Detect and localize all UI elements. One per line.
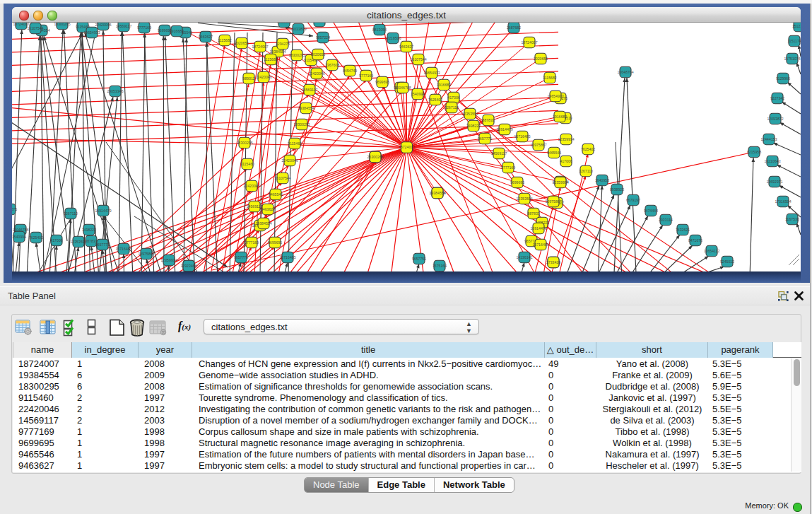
svg-text:10046788: 10046788 xyxy=(394,86,411,90)
svg-text:12359934: 12359934 xyxy=(558,137,574,141)
svg-text:1575164: 1575164 xyxy=(433,264,447,268)
svg-text:1294275: 1294275 xyxy=(12,207,17,211)
svg-text:3267110: 3267110 xyxy=(579,169,593,173)
svg-text:16210643: 16210643 xyxy=(764,159,780,163)
svg-text:12359934: 12359934 xyxy=(160,258,177,262)
svg-text:9463627: 9463627 xyxy=(399,45,413,49)
svg-text:417006: 417006 xyxy=(50,238,62,243)
svg-text:887833: 887833 xyxy=(482,118,494,122)
svg-text:22420046: 22420046 xyxy=(308,71,324,76)
svg-text:12359934: 12359934 xyxy=(552,180,568,185)
svg-text:2020655: 2020655 xyxy=(311,52,325,57)
svg-text:25300265: 25300265 xyxy=(367,155,383,159)
svg-text:10975867: 10975867 xyxy=(545,199,561,204)
svg-text:16914479: 16914479 xyxy=(95,209,111,213)
svg-text:3267110: 3267110 xyxy=(64,211,78,216)
svg-text:9115460: 9115460 xyxy=(288,141,302,146)
svg-text:12353594: 12353594 xyxy=(70,240,86,244)
svg-text:1916682: 1916682 xyxy=(170,29,184,33)
svg-text:15751074: 15751074 xyxy=(784,57,800,61)
svg-text:1115682: 1115682 xyxy=(264,57,278,62)
svg-text:14569117: 14569117 xyxy=(302,88,318,92)
svg-text:8813054: 8813054 xyxy=(372,28,387,32)
svg-text:9699695: 9699695 xyxy=(268,240,282,245)
svg-text:1115682: 1115682 xyxy=(543,76,557,80)
svg-text:3267110: 3267110 xyxy=(445,105,459,110)
svg-text:7632621: 7632621 xyxy=(676,228,690,232)
svg-text:1651174: 1651174 xyxy=(312,23,326,23)
svg-text:9474444: 9474444 xyxy=(644,209,658,213)
svg-text:1733426: 1733426 xyxy=(546,260,560,264)
svg-text:8454749: 8454749 xyxy=(343,69,357,73)
svg-text:8215958: 8215958 xyxy=(747,150,761,154)
svg-text:9857224: 9857224 xyxy=(316,35,330,40)
svg-text:16914479: 16914479 xyxy=(496,127,512,132)
svg-text:16033809: 16033809 xyxy=(290,27,306,31)
svg-text:18300295: 18300295 xyxy=(293,122,310,127)
svg-text:12444153: 12444153 xyxy=(760,137,777,141)
svg-text:9465546: 9465546 xyxy=(547,151,561,155)
svg-text:1512174: 1512174 xyxy=(792,24,801,28)
svg-text:16107544: 16107544 xyxy=(274,176,290,180)
svg-text:6679197: 6679197 xyxy=(626,198,640,202)
svg-text:18300295: 18300295 xyxy=(54,23,70,26)
svg-text:16914479: 16914479 xyxy=(530,226,546,230)
svg-text:19384554: 19384554 xyxy=(269,49,286,54)
svg-text:16107544: 16107544 xyxy=(27,26,43,30)
svg-text:2020655: 2020655 xyxy=(235,41,249,45)
svg-text:19384554: 19384554 xyxy=(429,191,445,195)
svg-text:2367608: 2367608 xyxy=(325,63,339,67)
svg-text:10654112: 10654112 xyxy=(704,249,720,253)
svg-text:29053346: 29053346 xyxy=(107,89,123,93)
svg-text:14569117: 14569117 xyxy=(491,151,507,156)
svg-text:16648764: 16648764 xyxy=(617,70,633,74)
svg-text:9777169: 9777169 xyxy=(501,165,515,170)
svg-text:22420046: 22420046 xyxy=(95,23,111,27)
svg-text:22420046: 22420046 xyxy=(281,158,298,163)
svg-text:16107544: 16107544 xyxy=(410,57,426,62)
svg-text:417006: 417006 xyxy=(447,95,459,100)
svg-text:12353594: 12353594 xyxy=(461,112,478,116)
svg-text:9463627: 9463627 xyxy=(261,207,275,211)
svg-text:3498222: 3498222 xyxy=(466,124,481,128)
svg-text:9699695: 9699695 xyxy=(510,180,524,185)
svg-text:9777169: 9777169 xyxy=(137,25,151,30)
svg-text:8938923: 8938923 xyxy=(610,187,624,192)
svg-text:1916682: 1916682 xyxy=(553,115,567,119)
svg-text:12093872: 12093872 xyxy=(767,117,783,121)
svg-text:9657771: 9657771 xyxy=(478,136,492,141)
svg-text:14136141: 14136141 xyxy=(516,255,532,259)
svg-text:18724007: 18724007 xyxy=(521,40,537,45)
svg-text:9777169: 9777169 xyxy=(359,74,373,78)
svg-text:13218506: 13218506 xyxy=(384,36,401,40)
svg-text:10975867: 10975867 xyxy=(530,143,546,147)
svg-text:9463627: 9463627 xyxy=(199,35,213,39)
svg-text:22420046: 22420046 xyxy=(255,75,271,79)
svg-text:2687682: 2687682 xyxy=(507,25,521,30)
svg-text:9115460: 9115460 xyxy=(240,162,254,166)
svg-text:12353594: 12353594 xyxy=(516,197,532,201)
svg-text:18724007: 18724007 xyxy=(399,145,415,149)
svg-text:1167530: 1167530 xyxy=(785,217,799,221)
svg-text:10975867: 10975867 xyxy=(138,252,154,256)
svg-text:7625402: 7625402 xyxy=(581,147,595,151)
svg-text:1903319: 1903319 xyxy=(277,23,291,24)
svg-text:1640953: 1640953 xyxy=(595,178,609,182)
svg-text:9245012: 9245012 xyxy=(720,259,734,264)
svg-text:17016504: 17016504 xyxy=(775,199,791,204)
svg-text:13692971: 13692971 xyxy=(766,180,782,184)
svg-text:15716485: 15716485 xyxy=(279,255,295,259)
svg-text:2020655: 2020655 xyxy=(534,57,548,61)
svg-text:15716485: 15716485 xyxy=(532,243,548,247)
svg-text:1916682: 1916682 xyxy=(437,83,451,87)
svg-text:18724007: 18724007 xyxy=(252,45,268,49)
svg-text:8471676: 8471676 xyxy=(688,238,702,243)
svg-text:9777169: 9777169 xyxy=(245,240,259,245)
svg-text:19384554: 19384554 xyxy=(298,106,314,110)
svg-text:1540994: 1540994 xyxy=(12,235,26,239)
svg-text:989012: 989012 xyxy=(242,76,254,81)
svg-text:9129966: 9129966 xyxy=(776,76,790,81)
svg-text:9657751: 9657751 xyxy=(412,257,426,261)
svg-text:9465546: 9465546 xyxy=(269,192,283,197)
svg-text:7625402: 7625402 xyxy=(428,98,442,102)
